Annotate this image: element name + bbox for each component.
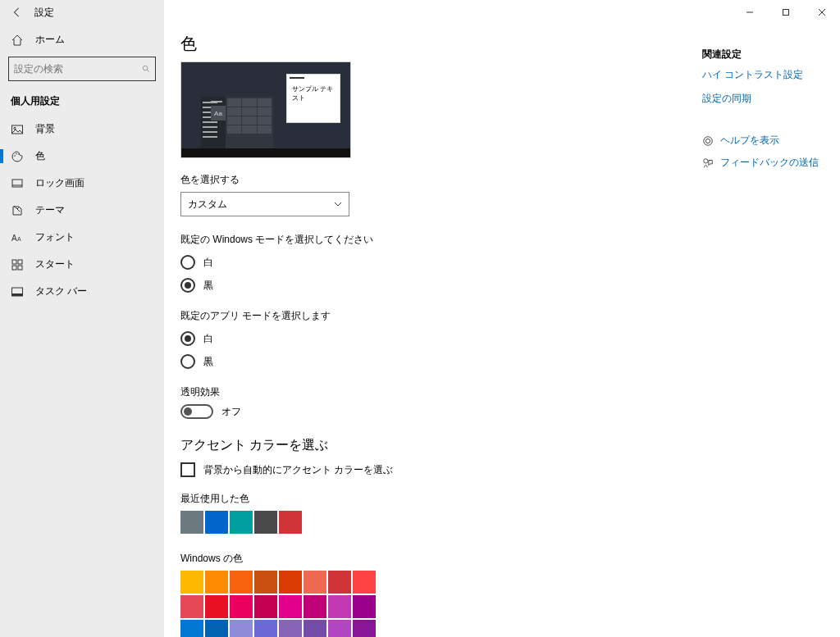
color-swatch[interactable]	[304, 571, 326, 594]
sidebar-item-taskbar[interactable]: タスク バー	[0, 278, 164, 305]
color-swatch[interactable]	[254, 511, 277, 534]
start-icon	[11, 258, 24, 271]
radio-icon	[180, 255, 195, 270]
radio-label: 黒	[203, 279, 213, 293]
color-swatch[interactable]	[328, 571, 351, 594]
color-swatch[interactable]	[304, 620, 326, 637]
svg-point-6	[18, 153, 20, 155]
svg-line-1	[147, 70, 149, 72]
color-swatch[interactable]	[353, 620, 376, 637]
color-swatch[interactable]	[230, 511, 253, 534]
color-swatch[interactable]	[353, 571, 376, 594]
preview-sample-text: サンプル テキスト	[292, 85, 333, 102]
app-mode-option-dark[interactable]: 黒	[180, 354, 686, 369]
svg-point-3	[14, 127, 16, 129]
svg-text:A: A	[11, 234, 17, 243]
svg-rect-13	[12, 266, 16, 270]
auto-accent-checkbox[interactable]	[180, 462, 195, 477]
link-feedback[interactable]: フィードバックの送信	[702, 156, 824, 170]
color-swatch[interactable]	[180, 620, 203, 637]
back-button[interactable]	[0, 0, 34, 25]
windows-mode-label: 既定の Windows モードを選択してください	[180, 233, 686, 247]
section-header-personalization: 個人用設定	[0, 89, 164, 116]
link-help[interactable]: ヘルプを表示	[702, 134, 824, 148]
choose-color-label: 色を選択する	[180, 173, 686, 187]
choose-color-dropdown[interactable]: カスタム	[180, 192, 349, 216]
transparency-toggle[interactable]	[180, 404, 213, 419]
svg-rect-2	[12, 125, 23, 134]
search-input-wrapper[interactable]	[8, 57, 156, 81]
svg-rect-18	[783, 10, 789, 16]
radio-icon	[180, 331, 195, 346]
color-swatch[interactable]	[180, 511, 203, 534]
sidebar-item-start[interactable]: スタート	[0, 251, 164, 278]
color-swatch[interactable]	[328, 620, 351, 637]
color-swatch[interactable]	[230, 620, 253, 637]
color-swatch[interactable]	[279, 571, 302, 594]
sidebar-item-lockscreen[interactable]: ロック画面	[0, 170, 164, 197]
windows-mode-group: 白 黒	[180, 255, 686, 293]
help-icon	[702, 135, 714, 147]
color-swatch[interactable]	[205, 620, 228, 637]
preview-start-tiles	[226, 97, 273, 150]
color-swatch[interactable]	[230, 595, 253, 618]
color-swatch[interactable]	[254, 620, 277, 637]
lockscreen-icon	[11, 177, 24, 190]
recent-colors-label: 最近使用した色	[180, 492, 686, 506]
maximize-button[interactable]	[768, 0, 804, 25]
minimize-button[interactable]	[732, 0, 768, 25]
sidebar-item-background[interactable]: 背景	[0, 116, 164, 143]
sidebar-item-label: ロック画面	[35, 176, 84, 190]
radio-icon	[180, 278, 195, 293]
windows-mode-option-light[interactable]: 白	[180, 255, 686, 270]
radio-icon	[180, 354, 195, 369]
color-swatch[interactable]	[230, 571, 253, 594]
color-swatch[interactable]	[279, 620, 302, 637]
svg-rect-12	[18, 260, 22, 264]
link-high-contrast[interactable]: ハイ コントラスト設定	[702, 68, 824, 82]
radio-label: 白	[203, 256, 213, 270]
windows-mode-option-dark[interactable]: 黒	[180, 278, 686, 293]
auto-accent-label: 背景から自動的にアクセント カラーを選ぶ	[203, 463, 393, 477]
svg-rect-7	[12, 180, 22, 187]
color-swatch[interactable]	[328, 595, 351, 618]
color-swatch[interactable]	[279, 511, 302, 534]
sidebar-item-themes[interactable]: テーマ	[0, 197, 164, 224]
search-input[interactable]	[9, 63, 142, 75]
link-help-label[interactable]: ヘルプを表示	[720, 134, 779, 148]
color-swatch[interactable]	[205, 595, 228, 618]
preview-aa-tile: Aa	[211, 106, 226, 121]
app-name: 設定	[34, 6, 54, 20]
link-feedback-label[interactable]: フィードバックの送信	[720, 156, 819, 170]
color-swatch[interactable]	[353, 595, 376, 618]
color-swatch[interactable]	[279, 595, 302, 618]
app-mode-group: 白 黒	[180, 331, 686, 369]
font-icon: AA	[11, 231, 24, 244]
sidebar-item-label: タスク バー	[35, 284, 87, 298]
svg-rect-14	[18, 266, 22, 270]
auto-accent-row[interactable]: 背景から自動的にアクセント カラーを選ぶ	[180, 462, 686, 477]
choose-color-value: カスタム	[188, 198, 227, 212]
color-swatch[interactable]	[254, 595, 277, 618]
color-swatch[interactable]	[180, 595, 203, 618]
app-mode-option-light[interactable]: 白	[180, 331, 686, 346]
chevron-down-icon	[334, 200, 342, 208]
sidebar-item-fonts[interactable]: AA フォント	[0, 224, 164, 251]
svg-point-5	[16, 152, 17, 154]
color-swatch[interactable]	[205, 511, 228, 534]
link-sync-settings[interactable]: 設定の同期	[702, 92, 824, 106]
svg-rect-11	[12, 260, 16, 264]
close-button[interactable]	[804, 0, 840, 25]
window-controls	[732, 0, 840, 25]
svg-rect-16	[12, 293, 23, 296]
color-swatch[interactable]	[304, 595, 326, 618]
svg-point-23	[704, 158, 708, 162]
sidebar-item-colors[interactable]: 色	[0, 143, 164, 170]
color-swatch[interactable]	[205, 571, 228, 594]
svg-point-0	[143, 66, 148, 71]
home-nav-item[interactable]: ホーム	[0, 26, 164, 53]
color-swatch[interactable]	[180, 571, 203, 594]
home-label: ホーム	[35, 33, 65, 47]
preview-taskbar	[181, 148, 350, 157]
color-swatch[interactable]	[254, 571, 277, 594]
